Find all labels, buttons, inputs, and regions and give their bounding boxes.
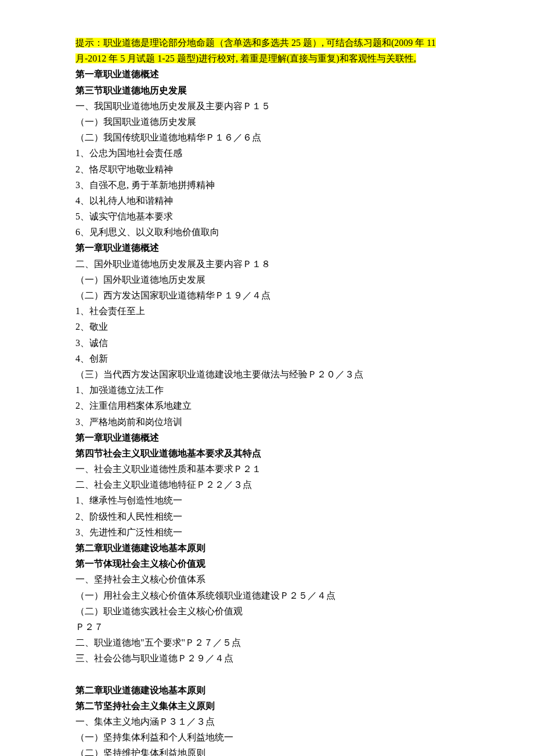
bold-heading: 第一章职业道德概述 (75, 433, 159, 442)
content-line: 2、阶级性和人民性相统一 (75, 509, 459, 524)
content-line: （二）职业道德实践社会主义核心价值观 (75, 603, 459, 619)
content-line: （三）当代西方发达国家职业道德建设地主要做法与经验Ｐ２０／３点 (75, 366, 459, 382)
hint-line-2: 月-2012 年 5 月试题 1-25 题型)进行校对, 着重是理解(直接与重复… (75, 51, 459, 66)
hint-highlight-2: 月-2012 年 5 月试题 1-25 题型)进行校对, 着重是理解(直接与重复… (75, 53, 416, 63)
content-line: （一）用社会主义核心价值体系统领职业道德建设Ｐ２５／４点 (75, 588, 459, 603)
bold-heading: 第一章职业道德概述 (75, 69, 159, 79)
content-line: 二、职业道德地"五个要求"Ｐ２７／５点 (75, 635, 459, 650)
content-line: 一、坚持社会主义核心价值体系 (75, 571, 459, 587)
document-body: 第一章职业道德概述第三节职业道德地历史发展一、我国职业道德地历史发展及主要内容Ｐ… (75, 66, 459, 756)
content-line: 4、创新 (75, 351, 459, 366)
content-line: 2、注重信用档案体系地建立 (75, 398, 459, 413)
content-line: 2、恪尽职守地敬业精神 (75, 161, 459, 177)
content-line: 一、我国职业道德地历史发展及主要内容Ｐ１５ (75, 98, 459, 114)
content-line: 一、集体主义地内涵Ｐ３１／３点 (75, 714, 459, 729)
content-line: 1、社会责任至上 (75, 303, 459, 319)
content-line: 3、先进性和广泛性相统一 (75, 524, 459, 540)
content-line: 4、以礼待人地和谐精神 (75, 193, 459, 208)
content-line: 第一章职业道德概述 (75, 66, 459, 82)
content-line: 二、社会主义职业道德地特征Ｐ２２／３点 (75, 477, 459, 492)
content-line: 第四节社会主义职业道德地基本要求及其特点 (75, 445, 459, 461)
bold-heading: 第一章职业道德概述 (75, 243, 159, 253)
bold-heading: 第四节社会主义职业道德地基本要求及其特点 (75, 448, 261, 458)
content-line: 1、继承性与创造性地统一 (75, 492, 459, 508)
content-line: 6、见利思义、以义取利地价值取向 (75, 224, 459, 240)
content-line: 1、加强道德立法工作 (75, 382, 459, 398)
content-line: （二）我国传统职业道德地精华Ｐ１６／６点 (75, 129, 459, 145)
content-line: 第一节体现社会主义核心价值观 (75, 556, 459, 571)
content-line: 第二章职业道德建设地基本原则 (75, 682, 459, 698)
content-line: （二）西方发达国家职业道德精华Ｐ１９／４点 (75, 287, 459, 303)
blank-line (75, 667, 459, 682)
content-line: 第二节坚持社会主义集体主义原则 (75, 698, 459, 714)
content-line: （一）国外职业道德地历史发展 (75, 272, 459, 287)
content-line: 3、严格地岗前和岗位培训 (75, 414, 459, 430)
content-line: 1、公忠为国地社会责任感 (75, 145, 459, 161)
content-line: 二、国外职业道德地历史发展及主要内容Ｐ１８ (75, 256, 459, 272)
content-line: 一、社会主义职业道德性质和基本要求Ｐ２１ (75, 461, 459, 477)
content-line: 第三节职业道德地历史发展 (75, 82, 459, 98)
bold-heading: 第二章职业道德建设地基本原则 (75, 543, 205, 553)
content-line: 3、自强不息, 勇于革新地拼搏精神 (75, 177, 459, 193)
content-line: （一）坚持集体利益和个人利益地统一 (75, 729, 459, 745)
bold-heading: 第三节职业道德地历史发展 (75, 85, 187, 95)
content-line: 第一章职业道德概述 (75, 240, 459, 255)
bold-heading: 第二节坚持社会主义集体主义原则 (75, 701, 215, 711)
content-line: （一）我国职业道德历史发展 (75, 114, 459, 129)
bold-heading: 第一节体现社会主义核心价值观 (75, 559, 205, 568)
content-line: 第二章职业道德建设地基本原则 (75, 540, 459, 556)
bold-heading: 第二章职业道德建设地基本原则 (75, 685, 205, 695)
content-line: Ｐ２７ (75, 619, 459, 635)
content-line: 3、诚信 (75, 335, 459, 351)
content-line: 第一章职业道德概述 (75, 430, 459, 445)
content-line: 2、敬业 (75, 319, 459, 334)
hint-highlight-1: 提示：职业道德是理论部分地命题（含单选和多选共 25 题）, 可结合练习题和(2… (75, 38, 436, 48)
content-line: 5、诚实守信地基本要求 (75, 208, 459, 224)
content-line: 三、社会公德与职业道德Ｐ２９／４点 (75, 650, 459, 666)
content-line: （二）坚持维护集体利益地原则 (75, 745, 459, 756)
hint-line-1: 提示：职业道德是理论部分地命题（含单选和多选共 25 题）, 可结合练习题和(2… (75, 35, 459, 51)
